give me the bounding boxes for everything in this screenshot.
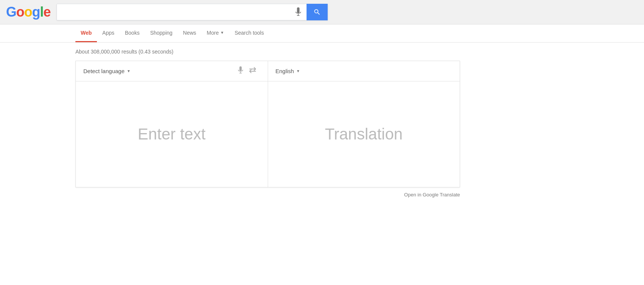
- google-logo[interactable]: Google: [6, 4, 51, 20]
- translate-header: Detect language ▼: [76, 61, 460, 81]
- open-in-google-translate-link[interactable]: Open in Google Translate: [404, 192, 460, 198]
- tab-apps[interactable]: Apps: [97, 24, 120, 42]
- svg-rect-0: [297, 8, 300, 13]
- search-bar: translate: [57, 4, 328, 20]
- tab-more[interactable]: More ▼: [201, 24, 229, 42]
- search-input[interactable]: translate: [57, 8, 290, 16]
- svg-rect-3: [239, 66, 242, 71]
- translate-header-icons: [238, 66, 256, 76]
- search-icon: [313, 8, 321, 16]
- header: Google translate: [0, 0, 644, 25]
- more-arrow-icon: ▼: [220, 31, 224, 35]
- translate-widget: Detect language ▼: [75, 61, 460, 187]
- target-lang-dropdown[interactable]: English ▼: [276, 68, 300, 74]
- translate-left-header: Detect language ▼: [76, 61, 268, 81]
- translate-body: Enter text Translation: [76, 81, 460, 187]
- mic-icon: [294, 7, 302, 17]
- translate-right-header: English ▼: [268, 61, 460, 81]
- results-info: About 308,000,000 results (0.43 seconds): [0, 43, 644, 61]
- tab-books[interactable]: Books: [120, 24, 145, 42]
- swap-languages-icon[interactable]: [249, 67, 256, 75]
- tab-shopping[interactable]: Shopping: [145, 24, 178, 42]
- translate-mic-icon[interactable]: [238, 66, 244, 76]
- source-lang-arrow-icon: ▼: [127, 69, 130, 73]
- source-lang-dropdown[interactable]: Detect language ▼: [83, 68, 130, 74]
- translate-footer: Open in Google Translate: [75, 187, 460, 202]
- target-lang-arrow-icon: ▼: [296, 69, 300, 73]
- translate-input-pane[interactable]: Enter text: [76, 81, 268, 187]
- tab-web[interactable]: Web: [75, 24, 97, 42]
- tab-search-tools[interactable]: Search tools: [229, 24, 269, 42]
- mic-button[interactable]: [290, 7, 307, 17]
- search-button[interactable]: [307, 4, 328, 20]
- tab-news[interactable]: News: [178, 24, 201, 42]
- nav-bar: Web Apps Books Shopping News More ▼ Sear…: [0, 25, 644, 43]
- translate-output-pane: Translation: [268, 81, 460, 187]
